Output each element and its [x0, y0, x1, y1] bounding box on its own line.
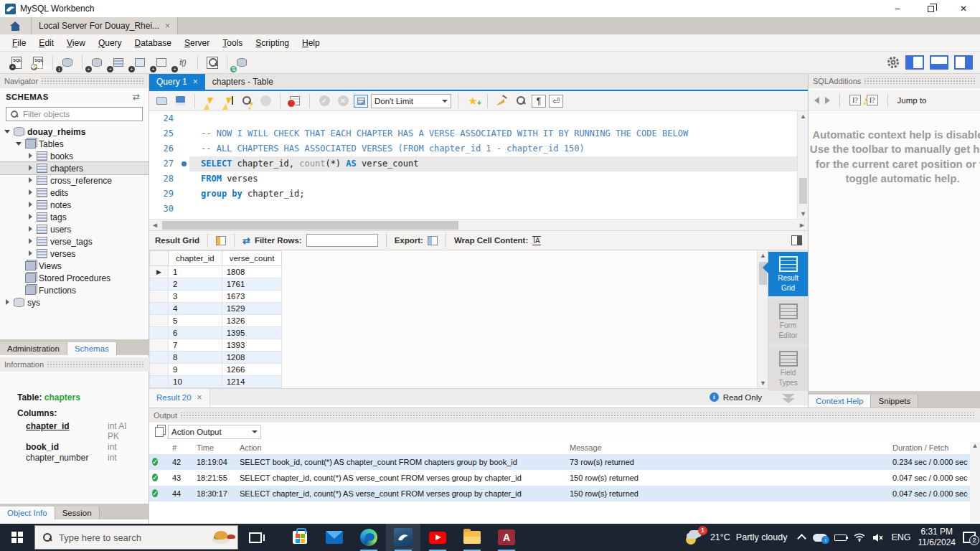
- preferences-gear-icon[interactable]: [887, 56, 900, 69]
- tab-session[interactable]: Session: [55, 507, 100, 519]
- grid-row[interactable]: 41529: [150, 303, 282, 315]
- help-forward-icon[interactable]: [825, 97, 830, 104]
- rollback-button[interactable]: ✕: [335, 94, 351, 108]
- tree-item-books[interactable]: books: [0, 150, 149, 162]
- grid-cell[interactable]: 1214: [222, 376, 282, 388]
- tree-item-cross_reference[interactable]: cross_reference: [0, 174, 149, 187]
- column-header-chapter_id[interactable]: chapter_id: [169, 251, 222, 266]
- menu-view[interactable]: View: [60, 36, 92, 50]
- new-query-tab-button[interactable]: SQL+: [8, 55, 25, 70]
- grid-row[interactable]: 51326: [150, 315, 282, 327]
- grid-cell[interactable]: 1808: [222, 266, 282, 278]
- open-sql-file-button[interactable]: SQL�folder: [29, 55, 47, 70]
- help-back-icon[interactable]: [814, 97, 819, 104]
- taskbar-mail[interactable]: [317, 524, 352, 551]
- grid-cell[interactable]: 4: [169, 303, 222, 315]
- code-line-27[interactable]: 27SELECT chapter_id, count(*) AS verse_c…: [149, 156, 808, 171]
- context-help-button[interactable]: I?: [849, 95, 861, 105]
- tree-item-sys[interactable]: sys: [0, 296, 149, 309]
- connection-tab[interactable]: Local Server For Douay_Rhei... ×: [32, 17, 178, 34]
- collapse-panel-icon[interactable]: [791, 235, 802, 245]
- tree-item-verse_tags[interactable]: verse_tags: [0, 235, 149, 248]
- stop-on-error-toggle[interactable]: [287, 94, 303, 108]
- task-view-button[interactable]: [238, 524, 273, 551]
- tree-item-douay_rheims[interactable]: douay_rheims: [0, 126, 149, 138]
- output-history-icon[interactable]: [155, 427, 164, 437]
- toggle-word-wrap-button[interactable]: ⏎: [549, 95, 563, 108]
- code-line-30[interactable]: 30: [149, 202, 808, 217]
- scroll-up-arrow[interactable]: ▲: [970, 442, 980, 449]
- taskbar-edge[interactable]: [352, 524, 386, 551]
- result-tab[interactable]: Result 20 ×: [149, 389, 210, 406]
- save-snippet-button[interactable]: ★: [465, 94, 481, 108]
- grid-cell[interactable]: 1: [169, 266, 222, 278]
- code-line-24[interactable]: 24: [149, 111, 808, 126]
- grid-view-icon[interactable]: [216, 236, 226, 245]
- output-vertical-scrollbar[interactable]: ▲: [970, 442, 980, 522]
- tab-object-info[interactable]: Object Info: [0, 507, 55, 519]
- row-selector[interactable]: [150, 278, 169, 291]
- scroll-right-arrow[interactable]: ►: [796, 220, 808, 231]
- stop-button[interactable]: [258, 94, 273, 108]
- grid-cell[interactable]: 1266: [222, 364, 282, 376]
- export-icon[interactable]: [428, 236, 438, 245]
- schema-filter-input[interactable]: [23, 110, 139, 118]
- expand-arrow-icon[interactable]: [27, 226, 34, 232]
- output-type-dropdown[interactable]: Action Output: [168, 425, 261, 439]
- taskbar-mysql-workbench[interactable]: [386, 524, 420, 551]
- collapse-arrow-icon[interactable]: [16, 141, 22, 147]
- row-selector[interactable]: [150, 303, 169, 315]
- sql-editor[interactable]: 2425-- NOW I WILL CHECK THAT EACH CHAPTE…: [149, 111, 808, 219]
- tab-administration[interactable]: Administration: [0, 342, 67, 355]
- expand-arrow-icon[interactable]: [4, 299, 11, 306]
- expand-arrow-icon[interactable]: [27, 177, 34, 184]
- autocommit-toggle[interactable]: ✓: [354, 95, 368, 108]
- scroll-down-arrow[interactable]: ▼: [798, 209, 808, 219]
- commit-button[interactable]: ✓: [316, 94, 332, 108]
- find-button[interactable]: [513, 94, 529, 108]
- code-line-29[interactable]: 29group by chapter_id;: [149, 187, 808, 202]
- refresh-schemas-icon[interactable]: ⇄: [133, 93, 143, 101]
- minimize-button[interactable]: –: [881, 0, 914, 17]
- auto-context-help-toggle[interactable]: I?: [867, 95, 878, 105]
- grid-cell[interactable]: 2: [169, 278, 222, 291]
- row-limit-dropdown[interactable]: Don't Limit: [371, 94, 451, 108]
- grid-cell[interactable]: 1326: [222, 315, 282, 327]
- row-selector[interactable]: [150, 352, 169, 364]
- expand-arrow-icon[interactable]: [27, 238, 34, 245]
- start-button[interactable]: [0, 524, 34, 551]
- row-selector[interactable]: ▶: [150, 266, 169, 278]
- create-table-button[interactable]: +: [110, 55, 127, 70]
- grid-row[interactable]: 81208: [150, 352, 282, 364]
- action-center-icon[interactable]: 2: [963, 532, 976, 543]
- view-button-result-grid[interactable]: ResultGrid: [768, 252, 808, 296]
- row-selector[interactable]: [150, 376, 169, 388]
- tree-item-notes[interactable]: notes: [0, 199, 149, 211]
- tab-query1-close-icon[interactable]: ×: [193, 77, 198, 87]
- volume-muted-icon[interactable]: [872, 533, 884, 542]
- scrollbar-thumb[interactable]: [799, 178, 807, 204]
- grid-cell[interactable]: 5: [169, 315, 222, 327]
- grid-row[interactable]: 71393: [150, 339, 282, 352]
- wifi-icon[interactable]: [854, 533, 865, 542]
- grid-cell[interactable]: 7: [169, 339, 222, 352]
- result-tab-close-icon[interactable]: ×: [197, 392, 202, 402]
- grid-row[interactable]: 31673: [150, 291, 282, 303]
- search-data-button[interactable]: [204, 55, 221, 70]
- tree-item-tags[interactable]: tags: [0, 211, 149, 223]
- toggle-right-sidebar-button[interactable]: [954, 55, 973, 70]
- refresh-results-icon[interactable]: ⇄: [242, 235, 250, 246]
- scroll-up-arrow[interactable]: ▲: [758, 250, 768, 260]
- tree-item-Functions[interactable]: Functions: [0, 284, 149, 296]
- execute-current-statement-button[interactable]: [220, 94, 236, 108]
- show-hidden-icons-chevron[interactable]: [798, 534, 806, 541]
- grid-cell[interactable]: 1761: [222, 278, 282, 291]
- expand-arrow-icon[interactable]: [27, 250, 34, 257]
- beautify-button[interactable]: [494, 94, 510, 108]
- grid-cell[interactable]: 1529: [222, 303, 282, 315]
- row-selector[interactable]: [150, 339, 169, 352]
- grid-cell[interactable]: 6: [169, 327, 222, 339]
- grid-row[interactable]: 61395: [150, 327, 282, 339]
- tab-snippets[interactable]: Snippets: [871, 395, 918, 408]
- expand-arrow-icon[interactable]: [27, 165, 34, 171]
